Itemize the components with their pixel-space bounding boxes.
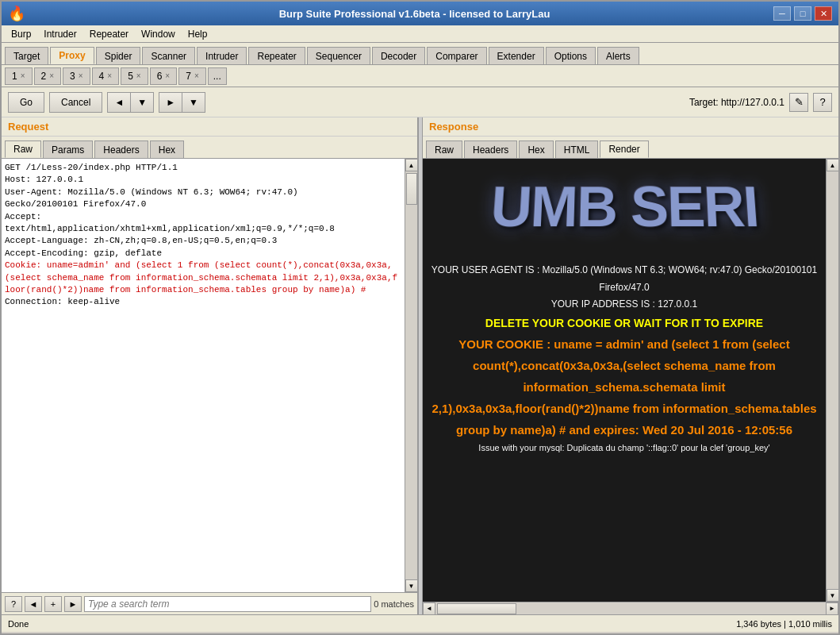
menu-help[interactable]: Help — [182, 27, 214, 41]
response-line5: Issue with your mysql: Duplicata du cham… — [431, 441, 818, 456]
search-next-button[interactable]: ► — [64, 596, 82, 612]
status-bar: Done 1,346 bytes | 1,010 millis — [2, 614, 838, 632]
response-tab-raw[interactable]: Raw — [426, 140, 462, 158]
response-tab-headers[interactable]: Headers — [464, 140, 517, 158]
search-add-button[interactable]: + — [44, 596, 62, 612]
resp-scroll-down[interactable]: ▼ — [827, 589, 839, 602]
more-tabs-button[interactable]: ... — [208, 67, 227, 85]
edit-target-button[interactable]: ✎ — [789, 93, 808, 112]
match-count: 0 matches — [374, 599, 414, 609]
tab-target[interactable]: Target — [5, 47, 48, 64]
tab-spider[interactable]: Spider — [96, 47, 141, 64]
request-tab-raw[interactable]: Raw — [5, 140, 41, 158]
tab-comparer[interactable]: Comparer — [427, 47, 486, 64]
search-help-button[interactable]: ? — [5, 596, 22, 612]
tab-scanner[interactable]: Scanner — [142, 47, 195, 64]
toolbar: Go Cancel ◄ ▼ ► ▼ Target: http://127.0.0… — [2, 87, 838, 117]
tab-sequencer[interactable]: Sequencer — [307, 47, 370, 64]
menu-repeater[interactable]: Repeater — [83, 27, 135, 41]
close-tab-1-icon[interactable]: × — [21, 71, 25, 80]
response-header: Response — [423, 117, 838, 137]
minimize-button[interactable]: ─ — [773, 6, 791, 21]
request-text-highlight: Cookie: uname=admin' and (select 1 from … — [5, 260, 397, 294]
response-image-banner: UMB SERI — [423, 159, 826, 254]
help-button[interactable]: ? — [813, 93, 832, 112]
num-tab-1[interactable]: 1 × — [5, 67, 33, 85]
close-button[interactable]: ✕ — [815, 6, 832, 21]
tab-intruder[interactable]: Intruder — [197, 47, 247, 64]
window-controls: ─ □ ✕ — [773, 6, 832, 21]
main-content: Request Raw Params Headers Hex GET /1/Le… — [2, 117, 838, 614]
request-content: GET /1/Less-20/index.php HTTP/1.1 Host: … — [2, 159, 417, 592]
tab-proxy[interactable]: Proxy — [50, 47, 94, 64]
scroll-down-arrow[interactable]: ▼ — [405, 579, 418, 592]
request-text-area[interactable]: GET /1/Less-20/index.php HTTP/1.1 Host: … — [2, 159, 405, 592]
close-tab-4-icon[interactable]: × — [107, 71, 112, 80]
request-tab-headers[interactable]: Headers — [94, 140, 148, 158]
tab-repeater[interactable]: Repeater — [248, 47, 305, 64]
response-line3: DELETE YOUR COOKIE OR WAIT FOR IT TO EXP… — [431, 314, 818, 333]
back-nav-group: ◄ ▼ — [107, 92, 154, 113]
response-tab-html[interactable]: HTML — [555, 140, 599, 158]
response-scrollbar-v[interactable]: ▲ ▼ — [826, 159, 838, 602]
response-line1: YOUR USER AGENT IS : Mozilla/5.0 (Window… — [431, 262, 818, 296]
response-panel: Response Raw Headers Hex HTML Render UMB… — [423, 117, 838, 614]
request-tab-hex[interactable]: Hex — [150, 140, 184, 158]
scroll-thumb[interactable] — [406, 173, 417, 205]
target-text: Target: http://127.0.0.1 — [689, 97, 784, 108]
menu-bar: Burp Intruder Repeater Window Help — [2, 25, 838, 43]
num-tab-7[interactable]: 7 × — [178, 67, 206, 85]
num-tab-5[interactable]: 5 × — [121, 67, 148, 85]
maximize-button[interactable]: □ — [794, 6, 811, 21]
response-tab-render[interactable]: Render — [600, 140, 648, 158]
request-header: Request — [2, 117, 417, 137]
window-title: Burp Suite Professional v1.6beta - licen… — [56, 8, 773, 20]
go-button[interactable]: Go — [8, 92, 44, 113]
forward-nav-group: ► ▼ — [159, 92, 205, 113]
response-content: UMB SERI YOUR USER AGENT IS : Mozilla/5.… — [423, 159, 838, 614]
cancel-button[interactable]: Cancel — [49, 92, 102, 113]
num-tab-3[interactable]: 3 × — [63, 67, 90, 85]
num-tab-4[interactable]: 4 × — [92, 67, 120, 85]
close-tab-7-icon[interactable]: × — [194, 71, 199, 80]
close-tab-5-icon[interactable]: × — [136, 71, 141, 80]
response-tab-bar: Raw Headers Hex HTML Render — [423, 137, 838, 159]
status-left: Done — [8, 619, 29, 629]
close-tab-3-icon[interactable]: × — [79, 71, 83, 80]
response-text-content: YOUR USER AGENT IS : Mozilla/5.0 (Window… — [423, 254, 826, 602]
menu-burp[interactable]: Burp — [5, 27, 37, 41]
response-line2: YOUR IP ADDRESS IS : 127.0.0.1 — [431, 296, 818, 314]
tab-extender[interactable]: Extender — [489, 47, 544, 64]
request-tab-bar: Raw Params Headers Hex — [2, 137, 417, 159]
forward-button[interactable]: ► — [159, 93, 182, 112]
forward-dropdown-button[interactable]: ▼ — [182, 93, 205, 112]
num-tab-2[interactable]: 2 × — [34, 67, 62, 85]
resp-scroll-up[interactable]: ▲ — [827, 159, 839, 171]
response-scrollbar-h[interactable]: ◄ ► — [423, 602, 838, 614]
back-dropdown-button[interactable]: ▼ — [131, 93, 153, 112]
request-text-end: Connection: keep-alive — [5, 297, 120, 306]
request-scrollbar[interactable]: ▲ ▼ — [405, 159, 417, 592]
resp-scroll-right[interactable]: ► — [826, 602, 838, 615]
close-tab-2-icon[interactable]: × — [49, 71, 54, 80]
num-tab-6[interactable]: 6 × — [150, 67, 178, 85]
search-prev-button[interactable]: ◄ — [25, 596, 42, 612]
request-panel: Request Raw Params Headers Hex GET /1/Le… — [2, 117, 418, 614]
umb-text-display: UMB SERI — [489, 175, 760, 240]
tab-decoder[interactable]: Decoder — [372, 47, 425, 64]
close-tab-6-icon[interactable]: × — [165, 71, 170, 80]
status-right: 1,346 bytes | 1,010 millis — [736, 619, 832, 629]
search-input[interactable] — [84, 596, 371, 612]
scroll-up-arrow[interactable]: ▲ — [405, 159, 418, 171]
resp-scroll-left[interactable]: ◄ — [423, 602, 435, 615]
menu-window[interactable]: Window — [135, 27, 182, 41]
response-render-area: UMB SERI YOUR USER AGENT IS : Mozilla/5.… — [423, 159, 826, 602]
request-text-normal: GET /1/Less-20/index.php HTTP/1.1 Host: … — [5, 163, 335, 258]
response-tab-hex[interactable]: Hex — [519, 140, 553, 158]
menu-intruder[interactable]: Intruder — [37, 27, 82, 41]
resp-scroll-thumb-h[interactable] — [437, 603, 516, 614]
tab-options[interactable]: Options — [546, 47, 596, 64]
tab-alerts[interactable]: Alerts — [597, 47, 639, 64]
back-button[interactable]: ◄ — [108, 93, 131, 112]
request-tab-params[interactable]: Params — [43, 140, 93, 158]
